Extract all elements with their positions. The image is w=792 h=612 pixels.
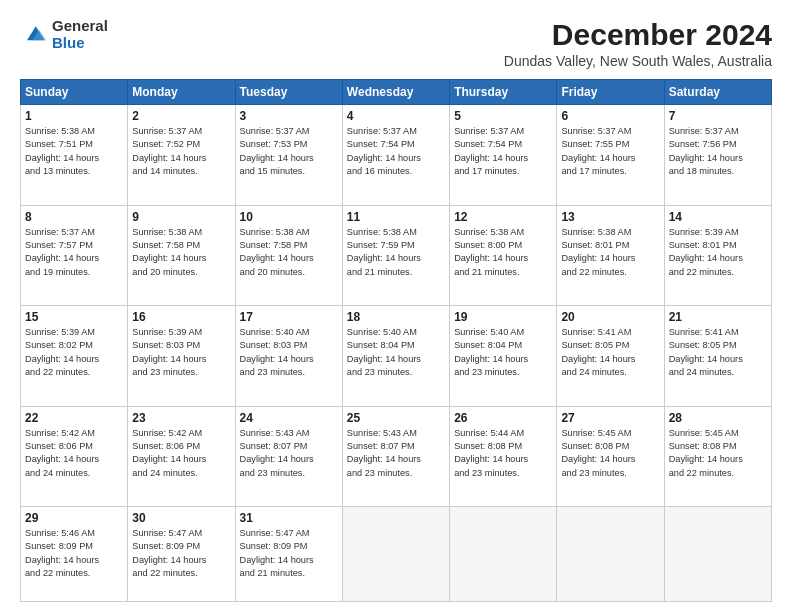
table-row: 23Sunrise: 5:42 AMSunset: 8:06 PMDayligh… [128, 406, 235, 507]
table-row: 26Sunrise: 5:44 AMSunset: 8:08 PMDayligh… [450, 406, 557, 507]
table-row: 1Sunrise: 5:38 AMSunset: 7:51 PMDaylight… [21, 105, 128, 206]
table-row: 29Sunrise: 5:46 AMSunset: 8:09 PMDayligh… [21, 507, 128, 602]
logo: General Blue [20, 18, 108, 51]
table-row: 2Sunrise: 5:37 AMSunset: 7:52 PMDaylight… [128, 105, 235, 206]
col-saturday: Saturday [664, 80, 771, 105]
table-row: 17Sunrise: 5:40 AMSunset: 8:03 PMDayligh… [235, 306, 342, 407]
table-row: 16Sunrise: 5:39 AMSunset: 8:03 PMDayligh… [128, 306, 235, 407]
col-monday: Monday [128, 80, 235, 105]
col-sunday: Sunday [21, 80, 128, 105]
table-row: 6Sunrise: 5:37 AMSunset: 7:55 PMDaylight… [557, 105, 664, 206]
table-row: 28Sunrise: 5:45 AMSunset: 8:08 PMDayligh… [664, 406, 771, 507]
table-row: 20Sunrise: 5:41 AMSunset: 8:05 PMDayligh… [557, 306, 664, 407]
table-row: 3Sunrise: 5:37 AMSunset: 7:53 PMDaylight… [235, 105, 342, 206]
table-row: 9Sunrise: 5:38 AMSunset: 7:58 PMDaylight… [128, 205, 235, 306]
table-row: 11Sunrise: 5:38 AMSunset: 7:59 PMDayligh… [342, 205, 449, 306]
table-row: 25Sunrise: 5:43 AMSunset: 8:07 PMDayligh… [342, 406, 449, 507]
table-row: 30Sunrise: 5:47 AMSunset: 8:09 PMDayligh… [128, 507, 235, 602]
table-row: 15Sunrise: 5:39 AMSunset: 8:02 PMDayligh… [21, 306, 128, 407]
table-row: 10Sunrise: 5:38 AMSunset: 7:58 PMDayligh… [235, 205, 342, 306]
table-row [450, 507, 557, 602]
table-row: 18Sunrise: 5:40 AMSunset: 8:04 PMDayligh… [342, 306, 449, 407]
calendar-header-row: Sunday Monday Tuesday Wednesday Thursday… [21, 80, 772, 105]
table-row: 19Sunrise: 5:40 AMSunset: 8:04 PMDayligh… [450, 306, 557, 407]
table-row: 8Sunrise: 5:37 AMSunset: 7:57 PMDaylight… [21, 205, 128, 306]
table-row: 21Sunrise: 5:41 AMSunset: 8:05 PMDayligh… [664, 306, 771, 407]
table-row: 7Sunrise: 5:37 AMSunset: 7:56 PMDaylight… [664, 105, 771, 206]
table-row: 13Sunrise: 5:38 AMSunset: 8:01 PMDayligh… [557, 205, 664, 306]
logo-icon [20, 21, 48, 49]
table-row: 31Sunrise: 5:47 AMSunset: 8:09 PMDayligh… [235, 507, 342, 602]
table-row [664, 507, 771, 602]
page-header: General Blue December 2024 Dundas Valley… [20, 18, 772, 69]
table-row: 22Sunrise: 5:42 AMSunset: 8:06 PMDayligh… [21, 406, 128, 507]
table-row: 27Sunrise: 5:45 AMSunset: 8:08 PMDayligh… [557, 406, 664, 507]
calendar-page: General Blue December 2024 Dundas Valley… [0, 0, 792, 612]
table-row [557, 507, 664, 602]
calendar-table: Sunday Monday Tuesday Wednesday Thursday… [20, 79, 772, 602]
title-block: December 2024 Dundas Valley, New South W… [504, 18, 772, 69]
col-wednesday: Wednesday [342, 80, 449, 105]
col-thursday: Thursday [450, 80, 557, 105]
table-row: 4Sunrise: 5:37 AMSunset: 7:54 PMDaylight… [342, 105, 449, 206]
table-row: 24Sunrise: 5:43 AMSunset: 8:07 PMDayligh… [235, 406, 342, 507]
logo-text: General Blue [52, 18, 108, 51]
table-row [342, 507, 449, 602]
month-title: December 2024 [504, 18, 772, 51]
col-tuesday: Tuesday [235, 80, 342, 105]
col-friday: Friday [557, 80, 664, 105]
table-row: 14Sunrise: 5:39 AMSunset: 8:01 PMDayligh… [664, 205, 771, 306]
table-row: 12Sunrise: 5:38 AMSunset: 8:00 PMDayligh… [450, 205, 557, 306]
table-row: 5Sunrise: 5:37 AMSunset: 7:54 PMDaylight… [450, 105, 557, 206]
location-title: Dundas Valley, New South Wales, Australi… [504, 53, 772, 69]
